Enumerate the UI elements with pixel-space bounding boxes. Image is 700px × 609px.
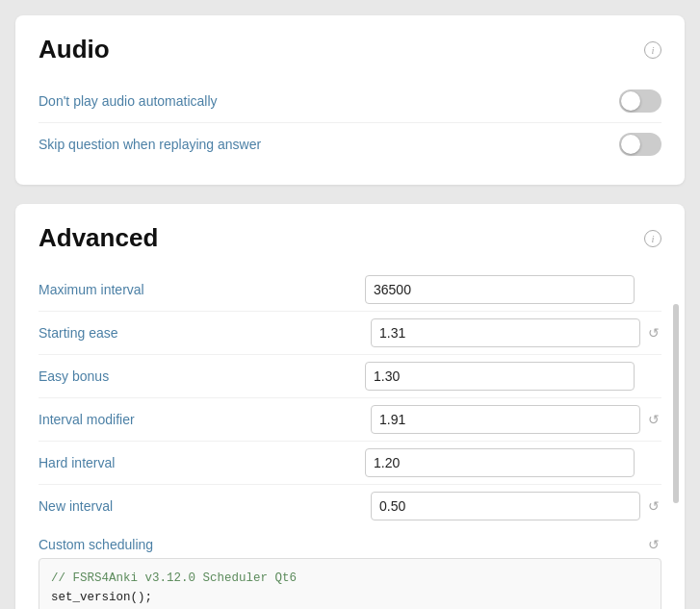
dont-play-audio-row: Don't play audio automatically (39, 80, 661, 123)
code-line: set_version(); (51, 588, 649, 607)
field-row-2: Easy bonus (39, 355, 661, 398)
field-input-wrapper-1: ↺ (371, 318, 661, 347)
advanced-title: Advanced (39, 223, 158, 253)
skip-question-row: Skip question when replaying answer (39, 123, 661, 165)
field-input-wrapper-3: ↺ (371, 405, 661, 434)
fields-container: Maximum intervalStarting ease↺Easy bonus… (39, 268, 661, 527)
audio-card-header: Audio i (39, 35, 661, 64)
dont-play-audio-toggle[interactable] (619, 89, 661, 113)
field-input-5[interactable] (371, 492, 640, 520)
field-input-1[interactable] (371, 318, 640, 347)
field-row-4: Hard interval (39, 442, 661, 485)
field-reset-icon-5[interactable]: ↺ (646, 498, 661, 514)
field-input-3[interactable] (371, 405, 640, 434)
field-label-2: Easy bonus (39, 368, 365, 384)
custom-scheduling-label: Custom scheduling (39, 537, 153, 552)
code-line: // FSRS4Anki v3.12.0 Scheduler Qt6 (51, 569, 649, 588)
custom-scheduling-reset-icon[interactable]: ↺ (646, 537, 661, 552)
field-input-4[interactable] (365, 448, 635, 477)
skip-question-label: Skip question when replaying answer (39, 137, 261, 152)
field-input-2[interactable] (365, 362, 635, 391)
skip-question-toggle[interactable] (619, 133, 661, 156)
dont-play-audio-label: Don't play audio automatically (39, 93, 218, 109)
dont-play-audio-thumb (621, 91, 640, 111)
audio-card: Audio i Don't play audio automatically S… (15, 15, 685, 185)
dont-play-audio-track (619, 89, 661, 113)
skip-question-thumb (621, 135, 640, 154)
advanced-card-header: Advanced i (39, 223, 661, 253)
field-label-4: Hard interval (39, 455, 365, 470)
field-reset-icon-1[interactable]: ↺ (646, 325, 661, 341)
advanced-card: Advanced i Maximum intervalStarting ease… (15, 204, 685, 609)
field-reset-icon-3[interactable]: ↺ (646, 412, 661, 427)
custom-scheduling-row: Custom scheduling ↺ (39, 537, 661, 552)
field-label-3: Interval modifier (39, 412, 371, 427)
advanced-info-icon[interactable]: i (644, 230, 661, 247)
field-row-1: Starting ease↺ (39, 312, 661, 355)
field-input-wrapper-4 (365, 448, 661, 477)
field-input-wrapper-2 (365, 362, 661, 391)
audio-title: Audio (39, 35, 110, 64)
field-label-1: Starting ease (39, 325, 371, 341)
code-editor[interactable]: // FSRS4Anki v3.12.0 Scheduler Qt6set_ve… (39, 558, 661, 609)
field-label-5: New interval (39, 498, 371, 514)
field-input-wrapper-0 (365, 275, 661, 304)
scrollbar (673, 304, 679, 503)
field-row-0: Maximum interval (39, 268, 661, 312)
field-row-5: New interval↺ (39, 485, 661, 527)
audio-info-icon[interactable]: i (644, 41, 661, 59)
field-input-wrapper-5: ↺ (371, 492, 661, 520)
skip-question-track (619, 133, 661, 156)
field-row-3: Interval modifier↺ (39, 398, 661, 442)
field-input-0[interactable] (365, 275, 635, 304)
field-label-0: Maximum interval (39, 282, 365, 297)
